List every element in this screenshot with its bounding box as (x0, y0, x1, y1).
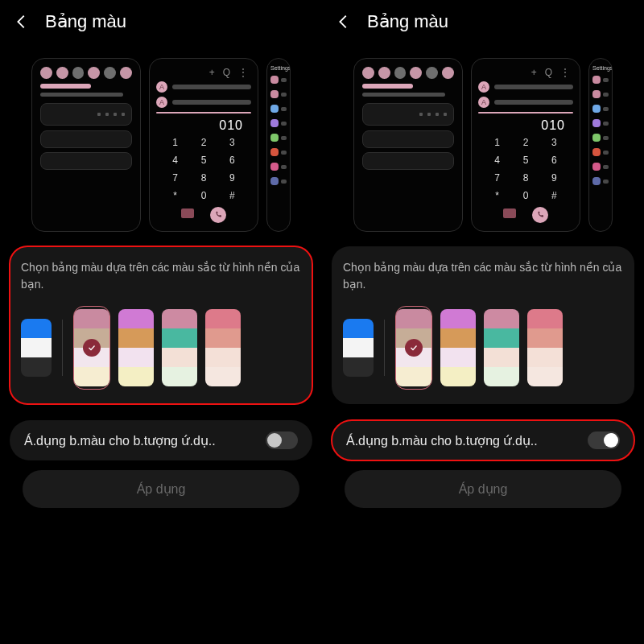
palette-option-2[interactable] (440, 309, 476, 386)
phone-right: Bảng màu +Q⋮ A A 010 123 456 789 (322, 0, 644, 644)
palette-list (21, 306, 301, 390)
palette-basic[interactable] (343, 319, 374, 377)
media-stub (362, 103, 454, 126)
toggle-switch[interactable] (266, 431, 298, 449)
dialer-display: 010 (156, 117, 251, 134)
keypad: 123 456 789 *0# (156, 134, 251, 204)
preview-quicksettings[interactable] (31, 58, 141, 232)
toggle-label: Á.dụng b.màu cho b.tượng ứ.dụ.. (346, 433, 538, 448)
plus-icon: + (531, 67, 537, 78)
palette-option-3[interactable] (162, 309, 197, 386)
checkmark-icon (83, 339, 101, 357)
page-title: Bảng màu (367, 11, 448, 32)
palette-option-4[interactable] (527, 309, 563, 386)
palette-option-4[interactable] (205, 309, 241, 386)
header: Bảng màu (0, 0, 322, 39)
apply-button[interactable]: Áp dụng (23, 470, 299, 508)
palette-option-1[interactable] (395, 306, 432, 390)
media-stub (40, 103, 132, 126)
preview-quicksettings[interactable] (353, 58, 463, 232)
header: Bảng màu (322, 0, 644, 39)
search-q: Q (223, 67, 230, 78)
palette-option-1[interactable] (73, 306, 110, 390)
toggle-switch[interactable] (588, 431, 620, 449)
call-button (532, 207, 548, 223)
preview-settings[interactable]: Settings (266, 58, 291, 232)
video-icon (181, 208, 194, 218)
more-icon: ⋮ (560, 67, 570, 78)
back-icon[interactable] (335, 13, 353, 31)
preview-row: +Q⋮ A A 010 123 456 789 *0# Settings (0, 39, 322, 238)
palette-list (343, 306, 623, 390)
palette-option-2[interactable] (118, 309, 154, 386)
apply-button[interactable]: Áp dụng (345, 470, 621, 508)
apply-to-icons-row[interactable]: Á.dụng b.màu cho b.tượng ứ.dụ.. (332, 420, 634, 460)
checkmark-icon (405, 339, 423, 357)
page-title: Bảng màu (45, 11, 126, 32)
dialer-display: 010 (478, 117, 573, 134)
preview-dialer[interactable]: +Q⋮ A A 010 123 456 789 *0# (471, 58, 580, 232)
preview-row: +Q⋮ A A 010 123 456 789 *0# Settings (322, 39, 644, 238)
toggle-label: Á.dụng b.màu cho b.tượng ứ.dụ.. (24, 433, 216, 448)
preview-dialer[interactable]: +Q⋮ A A 010 123 456 789 *0# (149, 58, 258, 232)
video-icon (503, 208, 516, 218)
preview-settings[interactable]: Settings (588, 58, 613, 232)
keypad: 123 456 789 *0# (478, 134, 573, 204)
apply-to-icons-row[interactable]: Á.dụng b.màu cho b.tượng ứ.dụ.. (10, 420, 312, 460)
palette-description: Chọn bảng màu dựa trên các màu sắc từ hì… (343, 259, 623, 293)
more-icon: ⋮ (238, 67, 248, 78)
back-icon[interactable] (13, 13, 31, 31)
search-q: Q (545, 67, 552, 78)
palette-description: Chọn bảng màu dựa trên các màu sắc từ hì… (21, 259, 301, 293)
plus-icon: + (209, 67, 215, 78)
palette-section: Chọn bảng màu dựa trên các màu sắc từ hì… (10, 246, 312, 404)
call-button (210, 207, 226, 223)
palette-basic[interactable] (21, 319, 52, 377)
palette-option-3[interactable] (484, 309, 519, 386)
phone-left: Bảng màu +Q⋮ A A 010 123 (0, 0, 322, 644)
palette-section: Chọn bảng màu dựa trên các màu sắc từ hì… (332, 246, 634, 404)
